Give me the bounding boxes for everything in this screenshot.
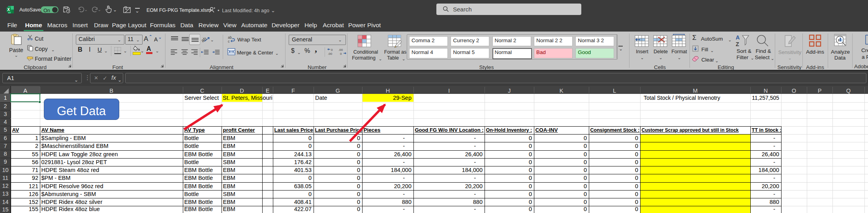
svg-text:0: 0 bbox=[340, 52, 342, 56]
svg-text:0: 0 bbox=[331, 48, 333, 52]
svg-text:.00: .00 bbox=[338, 48, 343, 52]
svg-text:.00: .00 bbox=[328, 52, 333, 56]
svg-text:Z: Z bbox=[736, 41, 739, 47]
svg-text:X: X bbox=[7, 7, 10, 12]
svg-text:A: A bbox=[736, 34, 740, 41]
svg-text:ab: ab bbox=[228, 36, 232, 39]
svg-text:c: c bbox=[228, 39, 230, 43]
